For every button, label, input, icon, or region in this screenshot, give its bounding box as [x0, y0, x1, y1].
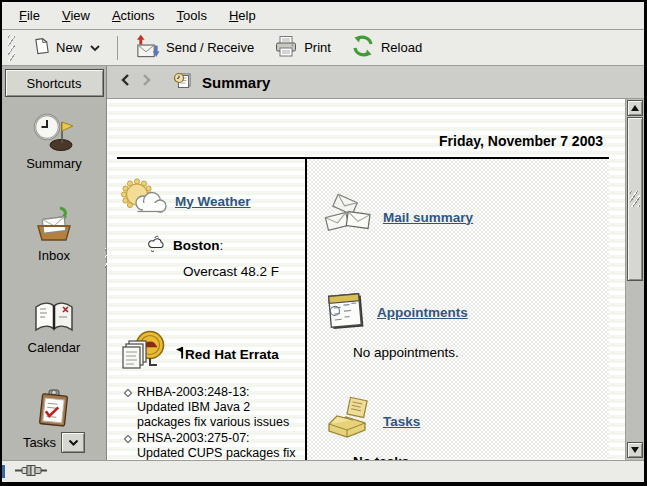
printer-icon	[274, 34, 298, 61]
shortcut-bar: Shortcuts Summary	[2, 66, 107, 460]
print-button[interactable]: Print	[266, 29, 339, 66]
evolution-window: File View Actions Tools Help New	[0, 0, 647, 486]
send-receive-button[interactable]: Send / Receive	[127, 29, 262, 67]
main-body: Shortcuts Summary	[2, 66, 644, 460]
toolbar-grip-handle[interactable]	[8, 35, 15, 61]
sidebar-item-inbox[interactable]: Inbox	[32, 204, 76, 263]
scrollbar-down-button[interactable]	[627, 442, 643, 458]
summary-left-column: My Weather	[117, 159, 307, 460]
weather-report: Overcast 48.2 F	[183, 264, 297, 279]
shortcut-scroll-down-button[interactable]	[61, 432, 85, 453]
errata-item[interactable]: RHSA-2003:275-07: Updated CUPS packages …	[137, 431, 297, 460]
up-arrow-icon	[631, 105, 639, 111]
summary-canvas: Friday, November 7 2003	[107, 99, 625, 460]
toolbar: New Send / Receive	[2, 30, 644, 66]
weather-colon: :	[220, 238, 224, 253]
summary-icon	[32, 112, 76, 152]
new-button-label: New	[56, 40, 82, 55]
send-receive-label: Send / Receive	[166, 40, 254, 55]
summary-small-icon	[173, 71, 192, 93]
weather-city: Boston	[173, 238, 220, 253]
new-document-icon	[33, 37, 50, 58]
mail-section-header: Mail summary	[323, 191, 609, 243]
tasks-link[interactable]: Tasks	[383, 414, 420, 429]
main-pane: Summary Friday, November 7 2003	[107, 66, 644, 460]
reload-label: Reload	[381, 40, 422, 55]
errata-item[interactable]: RHBA-2003:248-13: Updated IBM Java 2 pac…	[137, 385, 297, 430]
menu-tools[interactable]: Tools	[166, 3, 218, 28]
back-arrow-icon[interactable]	[119, 72, 131, 92]
menu-bar: File View Actions Tools Help	[2, 2, 644, 30]
small-cloud-icon	[147, 235, 167, 255]
print-label: Print	[304, 40, 331, 55]
summary-view: Friday, November 7 2003	[107, 99, 644, 460]
weather-icon	[119, 177, 167, 225]
tasks-section-header: Tasks	[323, 396, 609, 446]
menu-file[interactable]: File	[8, 3, 51, 28]
new-dropdown-chevron-icon[interactable]	[90, 40, 100, 55]
weather-location-label: Boston:	[173, 238, 223, 253]
inbox-icon	[32, 204, 76, 244]
weather-link[interactable]: My Weather	[175, 194, 251, 209]
folder-title-bar: Summary	[107, 66, 644, 99]
calendar-icon	[32, 296, 76, 336]
statusbar-resize-tick	[2, 465, 5, 478]
shortcuts-label: Shortcuts	[27, 76, 82, 91]
weather-location-row: Boston:	[147, 235, 297, 255]
sidebar-item-inbox-label: Inbox	[38, 248, 70, 263]
status-bar	[2, 460, 644, 482]
sidebar-item-calendar[interactable]: Calendar	[28, 296, 81, 355]
menu-help[interactable]: Help	[218, 3, 267, 28]
summary-date: Friday, November 7 2003	[117, 99, 609, 157]
errata-title-row: Red Hat Errata	[175, 347, 279, 362]
forward-arrow-icon[interactable]	[141, 72, 153, 92]
sidebar-item-calendar-label: Calendar	[28, 340, 81, 355]
appointments-empty-text: No appointments.	[353, 345, 609, 360]
online-connector-icon[interactable]	[14, 463, 48, 481]
appointments-section-header: Appointments	[323, 287, 609, 337]
errata-list: RHBA-2003:248-13: Updated IBM Java 2 pac…	[123, 385, 297, 460]
errata-icon	[119, 329, 167, 379]
scrollbar-thumb-grip	[630, 191, 640, 207]
errata-flag-icon	[175, 347, 184, 362]
reload-icon	[351, 34, 375, 61]
tasks-notes-icon	[323, 396, 375, 446]
sidebar-item-tasks-label[interactable]: Tasks	[23, 435, 56, 450]
sidebar-item-tasks: Tasks	[23, 388, 85, 453]
down-arrow-icon	[631, 447, 639, 453]
mail-summary-icon	[323, 191, 375, 243]
sidebar-item-summary[interactable]: Summary	[26, 112, 82, 171]
appointments-icon	[323, 287, 369, 337]
sidebar-item-summary-label: Summary	[26, 156, 82, 171]
nav-arrows	[119, 72, 153, 92]
scrollbar-thumb[interactable]	[627, 117, 643, 281]
mail-summary-link[interactable]: Mail summary	[383, 210, 473, 225]
scrollbar-up-button[interactable]	[627, 100, 643, 116]
weather-section-header: My Weather	[119, 177, 297, 225]
tasks-icon	[32, 388, 76, 428]
errata-title: Red Hat Errata	[185, 347, 279, 362]
new-button[interactable]: New	[25, 32, 108, 63]
menu-view[interactable]: View	[51, 3, 101, 28]
errata-section-header: Red Hat Errata	[119, 329, 297, 379]
page-title: Summary	[202, 74, 270, 91]
toolbar-separator	[117, 36, 118, 60]
summary-right-column: Mail summary	[307, 159, 609, 460]
sidebar-tasks-row: Tasks	[23, 432, 85, 453]
appointments-link[interactable]: Appointments	[377, 305, 468, 320]
send-receive-icon	[135, 34, 160, 62]
menu-actions[interactable]: Actions	[101, 3, 166, 28]
reload-button[interactable]: Reload	[343, 29, 430, 66]
shortcuts-group-button[interactable]: Shortcuts	[5, 69, 104, 97]
vertical-scrollbar[interactable]	[625, 99, 644, 460]
